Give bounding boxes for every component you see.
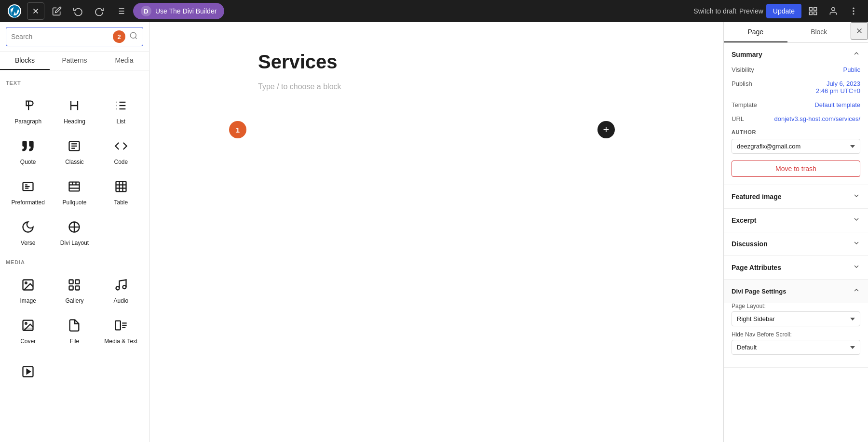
block-item-image[interactable]: Image xyxy=(6,271,50,309)
block-item-code[interactable]: Code xyxy=(99,132,143,171)
update-button[interactable]: Update xyxy=(766,4,801,18)
right-tab-block[interactable]: Block xyxy=(787,22,851,42)
svg-rect-48 xyxy=(69,280,73,284)
list-icon xyxy=(114,99,128,114)
editor-content: 1 Type / to choose a block + xyxy=(239,51,634,91)
blocks-panel: TEXT Paragraph xyxy=(0,70,149,442)
discussion-section-header[interactable]: Discussion xyxy=(724,232,868,255)
template-value[interactable]: Default template xyxy=(814,101,860,108)
summary-section: Summary Visibility Public Publish July 6… xyxy=(724,43,868,185)
block-label-image: Image xyxy=(20,297,36,304)
featured-image-header[interactable]: Featured image xyxy=(724,185,868,208)
visibility-value[interactable]: Public xyxy=(843,66,860,73)
paragraph-icon xyxy=(21,99,35,114)
summary-section-header[interactable]: Summary xyxy=(724,43,868,66)
svg-point-52 xyxy=(116,287,119,290)
block-item-gallery[interactable]: Gallery xyxy=(52,271,96,309)
verse-icon xyxy=(21,220,35,236)
tab-blocks[interactable]: Blocks xyxy=(0,52,50,70)
excerpt-section-header[interactable]: Excerpt xyxy=(724,209,868,232)
block-label-divi-layout: Divi Layout xyxy=(60,240,89,246)
search-input-wrap: 2 xyxy=(6,27,143,46)
blocks-tabs-row: Blocks Patterns Media xyxy=(0,52,149,70)
media-section-label: MEDIA xyxy=(6,259,143,265)
block-item-table[interactable]: Table xyxy=(99,173,143,211)
svg-line-18 xyxy=(135,37,136,39)
page-attributes-header[interactable]: Page Attributes xyxy=(724,256,868,279)
step-badge-1: 1 xyxy=(229,121,246,138)
svg-rect-57 xyxy=(115,321,121,330)
svg-rect-50 xyxy=(69,286,73,290)
svg-point-47 xyxy=(25,282,27,284)
block-item-play[interactable] xyxy=(6,358,50,389)
media-text-icon xyxy=(114,319,128,334)
right-tab-page[interactable]: Page xyxy=(724,22,787,42)
block-item-media-text[interactable]: Media & Text xyxy=(99,311,143,350)
divi-settings-body: Page Layout: Right Sidebar Left Sidebar … xyxy=(724,303,868,367)
close-button[interactable] xyxy=(27,2,44,20)
block-item-pullquote[interactable]: Pullquote xyxy=(52,173,96,211)
search-input[interactable] xyxy=(11,33,109,40)
divi-settings-title: Divi Page Settings xyxy=(732,288,786,295)
block-placeholder[interactable]: Type / to choose a block xyxy=(258,82,615,91)
author-select[interactable]: deezgrafix@gmail.com xyxy=(732,139,860,154)
edit-pencil-button[interactable] xyxy=(48,2,66,20)
block-label-file: File xyxy=(70,338,79,345)
block-item-heading[interactable]: Heading xyxy=(52,92,96,130)
block-item-classic[interactable]: Classic xyxy=(52,132,96,171)
search-icon[interactable] xyxy=(129,31,138,42)
divi-builder-button[interactable]: D Use The Divi Builder xyxy=(133,3,224,19)
redo-button[interactable] xyxy=(91,2,108,20)
summary-chevron-icon xyxy=(853,50,860,59)
move-to-trash-button[interactable]: Move to trash xyxy=(732,161,860,177)
topbar: D Use The Divi Builder Switch to draft P… xyxy=(0,0,868,22)
block-item-divi-layout[interactable]: Divi Layout xyxy=(52,213,96,252)
page-title-input[interactable] xyxy=(258,51,615,73)
right-panel-close-button[interactable] xyxy=(851,22,868,40)
editor-area: 1 Type / to choose a block + xyxy=(149,22,723,442)
template-label: Template xyxy=(732,101,757,108)
excerpt-section: Excerpt xyxy=(724,209,868,232)
block-label-heading: Heading xyxy=(64,118,85,125)
user-icon-button[interactable] xyxy=(825,2,842,20)
block-label-cover: Cover xyxy=(20,338,36,345)
more-options-button[interactable] xyxy=(845,2,862,20)
add-block-button[interactable]: + xyxy=(597,121,615,138)
block-item-cover[interactable]: Cover xyxy=(6,311,50,350)
block-item-preformatted[interactable]: Preformatted xyxy=(6,173,50,211)
svg-marker-62 xyxy=(27,369,30,374)
preview-button[interactable]: Preview xyxy=(739,7,763,15)
publish-value[interactable]: July 6, 2023 2:46 pm UTC+0 xyxy=(816,80,860,94)
block-label-paragraph: Paragraph xyxy=(14,118,41,125)
block-label-gallery: Gallery xyxy=(65,297,83,304)
svg-point-53 xyxy=(122,285,126,289)
block-label-quote: Quote xyxy=(20,159,36,165)
block-item-audio[interactable]: Audio xyxy=(99,271,143,309)
block-item-list[interactable]: List xyxy=(99,92,143,130)
block-item-file[interactable]: File xyxy=(52,311,96,350)
svg-point-15 xyxy=(853,10,854,12)
undo-button[interactable] xyxy=(69,2,87,20)
block-label-table: Table xyxy=(114,199,128,206)
block-item-verse[interactable]: Verse xyxy=(6,213,50,252)
svg-rect-49 xyxy=(76,280,80,284)
svg-point-14 xyxy=(853,8,854,9)
block-item-paragraph[interactable]: Paragraph xyxy=(6,92,50,130)
list-view-button[interactable] xyxy=(112,2,129,20)
left-panel: 2 Blocks Patterns Media TEXT xyxy=(0,22,149,442)
table-icon xyxy=(114,180,128,195)
page-layout-select[interactable]: Right Sidebar Left Sidebar Full Width No… xyxy=(732,311,860,326)
tab-media[interactable]: Media xyxy=(99,52,149,70)
block-label-code: Code xyxy=(114,159,128,165)
search-bar: 2 xyxy=(0,22,149,52)
text-blocks-grid: Paragraph Heading xyxy=(6,92,143,252)
switch-draft-button[interactable]: Switch to draft xyxy=(693,7,736,15)
hide-nav-select[interactable]: Default Yes No xyxy=(732,340,860,355)
url-value[interactable]: donjetv3.sg-host.com/services/ xyxy=(774,115,860,122)
visibility-label: Visibility xyxy=(732,66,754,73)
settings-icon-button[interactable] xyxy=(804,2,822,20)
tab-patterns[interactable]: Patterns xyxy=(50,52,99,70)
block-item-quote[interactable]: Quote xyxy=(6,132,50,171)
divi-settings-header[interactable]: Divi Page Settings xyxy=(724,280,868,303)
search-badge: 2 xyxy=(113,30,125,43)
